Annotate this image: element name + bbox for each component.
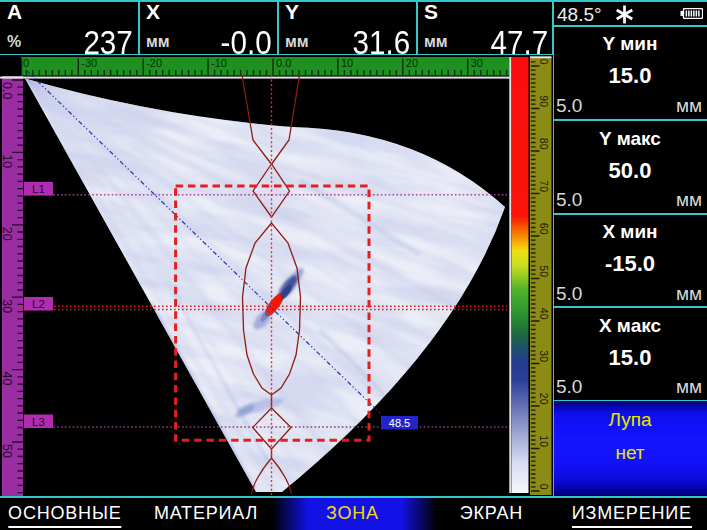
svg-text:-20: -20 xyxy=(146,57,162,69)
svg-text:30: 30 xyxy=(471,57,483,69)
svg-text:50: 50 xyxy=(538,265,550,277)
svg-text:0.0: 0.0 xyxy=(0,82,14,99)
svg-text:20: 20 xyxy=(406,57,418,69)
svg-text:60: 60 xyxy=(538,223,550,235)
svg-text:0.0: 0.0 xyxy=(276,57,291,69)
svg-text:48.5: 48.5 xyxy=(389,417,410,429)
svg-text:90: 90 xyxy=(538,95,550,107)
svg-text:40: 40 xyxy=(0,372,14,386)
svg-text:10: 10 xyxy=(0,154,14,168)
svg-text:-10: -10 xyxy=(211,57,227,69)
svg-text:-30: -30 xyxy=(81,57,97,69)
svg-text:20: 20 xyxy=(538,393,550,405)
svg-text:30: 30 xyxy=(538,350,550,362)
svg-text:80: 80 xyxy=(538,138,550,150)
svg-text:L3: L3 xyxy=(32,416,45,428)
svg-text:70: 70 xyxy=(538,180,550,192)
svg-text:50: 50 xyxy=(0,444,14,458)
svg-text:10: 10 xyxy=(538,435,550,447)
svg-text:0: 0 xyxy=(23,57,29,69)
svg-text:30: 30 xyxy=(0,299,14,313)
svg-text:40: 40 xyxy=(538,308,550,320)
svg-text:L2: L2 xyxy=(32,298,45,310)
svg-text:0: 0 xyxy=(538,484,550,490)
svg-text:L1: L1 xyxy=(32,183,45,195)
svg-text:10: 10 xyxy=(341,57,353,69)
svg-text:20: 20 xyxy=(0,227,14,241)
